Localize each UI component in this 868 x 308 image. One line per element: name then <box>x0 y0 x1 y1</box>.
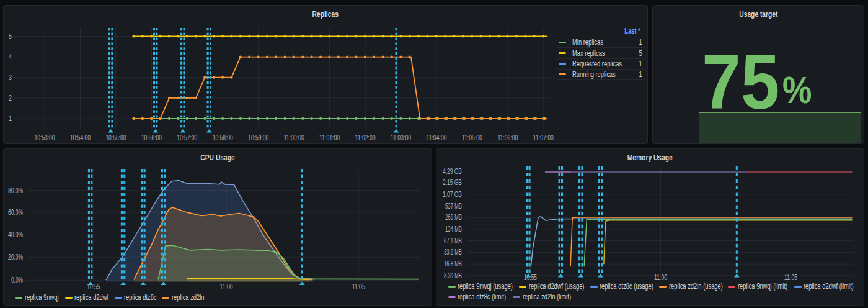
svg-text:11:01:00: 11:01:00 <box>319 134 340 142</box>
svg-text:10:56:00: 10:56:00 <box>141 134 162 142</box>
svg-text:10:55: 10:55 <box>87 283 100 291</box>
svg-text:11:05: 11:05 <box>784 273 797 282</box>
svg-text:2: 2 <box>9 94 12 102</box>
svg-text:1.07 GB: 1.07 GB <box>443 190 462 199</box>
svg-text:8.39 MB: 8.39 MB <box>444 271 462 280</box>
svg-text:33.6 MB: 33.6 MB <box>444 248 462 256</box>
svg-text:67.1 MB: 67.1 MB <box>444 237 462 245</box>
svg-text:11:05:00: 11:05:00 <box>462 134 482 142</box>
svg-text:10:58:00: 10:58:00 <box>213 134 233 142</box>
svg-text:0.0%: 0.0% <box>11 276 23 284</box>
svg-text:10:57:00: 10:57:00 <box>177 134 197 142</box>
svg-text:80.0%: 80.0% <box>8 186 23 195</box>
svg-text:1: 1 <box>9 114 12 123</box>
svg-text:11:00:00: 11:00:00 <box>284 134 304 142</box>
svg-text:10:54:00: 10:54:00 <box>70 134 91 142</box>
svg-text:10:53:00: 10:53:00 <box>35 134 55 142</box>
svg-text:11:05: 11:05 <box>352 283 365 291</box>
svg-text:60.0%: 60.0% <box>8 208 23 217</box>
svg-text:10:55:00: 10:55:00 <box>105 134 126 142</box>
svg-text:20.0%: 20.0% <box>8 253 23 261</box>
svg-text:4.29 GB: 4.29 GB <box>443 167 462 176</box>
svg-text:10:59:00: 10:59:00 <box>248 134 268 142</box>
svg-text:11:06:00: 11:06:00 <box>497 134 518 142</box>
svg-text:40.0%: 40.0% <box>8 230 23 239</box>
svg-text:2.15 GB: 2.15 GB <box>443 178 462 187</box>
svg-text:134 MB: 134 MB <box>445 225 462 233</box>
svg-text:11:04:00: 11:04:00 <box>427 134 447 142</box>
svg-text:537 MB: 537 MB <box>445 202 462 211</box>
svg-text:11:03:00: 11:03:00 <box>391 134 411 142</box>
svg-text:11:02:00: 11:02:00 <box>355 134 376 142</box>
svg-text:5: 5 <box>9 32 12 41</box>
svg-text:4: 4 <box>9 53 12 61</box>
svg-text:11:00: 11:00 <box>220 283 233 291</box>
svg-text:268 MB: 268 MB <box>445 213 462 222</box>
svg-text:3: 3 <box>9 73 12 82</box>
svg-text:10:55: 10:55 <box>524 273 537 282</box>
svg-text:16.8 MB: 16.8 MB <box>444 260 462 268</box>
svg-text:11:07:00: 11:07:00 <box>533 134 554 142</box>
svg-text:11:00: 11:00 <box>654 273 667 282</box>
